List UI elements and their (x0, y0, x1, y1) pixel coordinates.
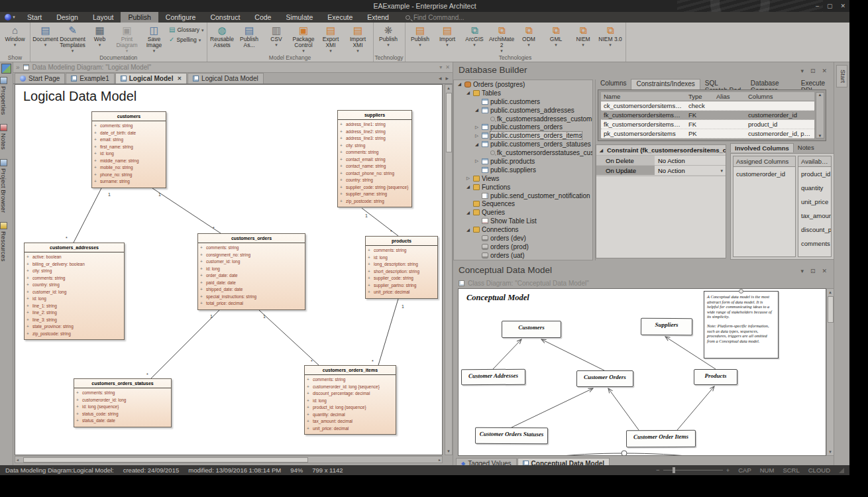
ribbon-button[interactable]: ▤ Export XMI ▾ (317, 23, 345, 53)
zoom-out-icon[interactable]: − (656, 467, 660, 474)
maximize-button[interactable]: ▢ (827, 0, 833, 12)
ribbon-button[interactable]: ▤ Publish As... (236, 23, 263, 48)
tree-item[interactable]: ▷ public.products (454, 157, 592, 166)
tree-item[interactable]: ▷ Views (454, 174, 592, 183)
ribbon-tab[interactable]: Simulate (278, 12, 320, 23)
panel-close-icon[interactable]: ✕ (822, 268, 827, 274)
tree-item[interactable]: ◢ Queries (454, 208, 592, 217)
panel-menu-icon[interactable]: ▾ (800, 68, 804, 74)
ribbon-button[interactable]: ⧉ ODM ▾ (515, 23, 543, 47)
list-item[interactable]: quantity (798, 181, 831, 195)
scrollbar-thumb[interactable] (828, 296, 834, 323)
ribbon-button[interactable]: ▤ Import ▾ (434, 23, 461, 47)
chevrons-icon[interactable]: » (16, 64, 20, 71)
relationship-line[interactable] (677, 386, 714, 430)
panel-close-icon[interactable]: ✕ (445, 64, 450, 70)
list-item[interactable]: comments (798, 237, 831, 250)
ribbon-tab[interactable]: Execute (320, 12, 360, 23)
tree-item[interactable]: fk_customersordersstatuses_customersorde… (454, 148, 592, 157)
tree-item[interactable]: ▷ public.customers_orders_items (454, 131, 592, 140)
relationship-line[interactable] (378, 299, 398, 365)
concept-customer-addresses[interactable]: Customer Addresses (461, 369, 525, 386)
grid-row[interactable]: fk_customersordersitems_products FK prod… (601, 120, 814, 129)
scrollbar-thumb[interactable] (23, 457, 308, 463)
tab-logical-model[interactable]: Logical Model ✕ (115, 73, 187, 83)
panel-menu-icon[interactable]: ▾ (439, 64, 442, 70)
relationship-line[interactable] (541, 339, 604, 370)
tree-item[interactable]: orders (prod) (454, 243, 592, 251)
scroll-down-icon[interactable]: ▼ (447, 449, 451, 453)
relationship-line[interactable] (151, 310, 219, 378)
ribbon-tab[interactable]: Design (49, 12, 85, 23)
tree-item[interactable]: ◢ Orders (postgres) (454, 80, 592, 89)
dock-tab[interactable]: Project Browser (0, 159, 7, 213)
ribbon-tab[interactable]: Start (20, 12, 49, 23)
tree-expand-icon[interactable]: ◢ (474, 107, 480, 113)
panel-pin-icon[interactable]: ⊡ (810, 268, 816, 274)
tree-item[interactable]: orders (dev) (454, 234, 592, 243)
scroll-up-icon[interactable]: ▲ (818, 93, 822, 97)
ribbon-button[interactable]: ◍ Reusable Assets (209, 23, 236, 48)
grid-row[interactable]: pk_customersordersitems PK customerorder… (601, 129, 814, 138)
dock-tab[interactable]: Resources (0, 222, 7, 261)
expand-icon[interactable]: ◢ (598, 148, 604, 153)
find-command-input[interactable] (413, 14, 486, 21)
tree-item[interactable]: Show Table List (454, 217, 592, 225)
dock-tab-start[interactable]: Start (836, 65, 847, 87)
list-item[interactable]: customerorder_id (733, 167, 795, 181)
resize-grip[interactable] (839, 468, 844, 473)
concept-customer-order-items[interactable]: Customer Order Items (626, 430, 696, 448)
ribbon-tab[interactable]: Code (247, 12, 278, 23)
ribbon-button[interactable]: ⧉ ArchiMate 2 ▾ (488, 23, 515, 53)
entity-products[interactable]: products +comments: string+id: long+long… (365, 236, 438, 299)
horizontal-scrollbar[interactable]: ◂ ▸ (15, 456, 443, 463)
tree-expand-icon[interactable]: ◢ (474, 142, 480, 147)
ribbon-button[interactable]: ⧉ NIEM ▾ (570, 23, 597, 47)
ribbon-button[interactable]: ❋ Publish ▾ (375, 23, 402, 47)
scrollbar-thumb[interactable] (446, 93, 452, 152)
tree-item[interactable]: public.customers (454, 97, 592, 106)
tree-expand-icon[interactable]: ▷ (474, 158, 480, 164)
constraint-row[interactable]: On Delete No Action (596, 155, 726, 165)
tab-start-page[interactable]: Start Page (15, 73, 65, 83)
tree-expand-icon[interactable]: ▷ (465, 176, 471, 181)
tree-expand-icon[interactable]: ▷ (474, 133, 480, 138)
relationship-line[interactable] (362, 208, 398, 236)
logical-diagram-canvas[interactable]: Logical Data Model 1 * 1 * 1 * (15, 84, 443, 455)
involved-tab[interactable]: Involved Columns (730, 143, 794, 152)
tab-example1[interactable]: Example1 (66, 73, 114, 83)
ribbon-button[interactable]: ✎ Document Templates ▾ (59, 23, 86, 53)
tree-item[interactable]: public.suppliers (454, 166, 592, 174)
ribbon-button[interactable]: ▣ Package Control ▾ (290, 23, 317, 53)
tab-scroll-right-icon[interactable]: ▸ (445, 75, 449, 82)
status-toggle[interactable]: CAP (738, 467, 751, 474)
tree-item[interactable]: ◢ Connections (454, 225, 592, 234)
entity-customers-orders[interactable]: customers_orders +comments: string+consi… (197, 233, 305, 310)
relationship-line[interactable] (74, 188, 101, 243)
scroll-down-icon[interactable]: ▼ (828, 450, 832, 454)
tree-expand-icon[interactable]: ▷ (474, 125, 480, 130)
diagram-note[interactable]: A Conceptual data model is the most abst… (704, 291, 779, 359)
tree-item[interactable]: ◢ Functions (454, 183, 592, 192)
entity-customers-orders-statuses[interactable]: customers_orders_statuses +comments: str… (74, 378, 172, 427)
ribbon-tab[interactable]: Construct (203, 12, 247, 23)
tree-expand-icon[interactable]: ◢ (465, 184, 471, 190)
app-menu-button[interactable]: ▾ (0, 12, 20, 23)
concept-suppliers[interactable]: Suppliers (641, 318, 692, 336)
relationship-line[interactable] (259, 310, 319, 365)
tree-item[interactable]: orders (uat) (454, 251, 592, 260)
relationship-line[interactable] (152, 188, 221, 233)
constraint-row[interactable]: On Update No Action (596, 165, 726, 175)
tab-logical-data-model[interactable]: Logical Data Model (188, 73, 264, 83)
relationship-line[interactable] (608, 388, 639, 430)
dock-tab[interactable]: Properties (0, 77, 7, 115)
grid-scrollbar[interactable]: ▲ ▼ (816, 92, 824, 138)
tree-expand-icon[interactable]: ◢ (465, 210, 471, 215)
zoom-slider-thumb[interactable] (673, 467, 675, 473)
grid-row[interactable]: fk_customersordersitems_custome... FK cu… (601, 111, 814, 120)
tree-expand-icon[interactable]: ◢ (465, 227, 471, 233)
status-toggle[interactable]: SCRL (783, 467, 799, 474)
scroll-right-icon[interactable]: ▸ (439, 457, 441, 462)
status-toggle[interactable]: NUM (760, 467, 775, 474)
ribbon-button[interactable]: ⧉ NIEM 3.0 ▾ (597, 23, 624, 47)
